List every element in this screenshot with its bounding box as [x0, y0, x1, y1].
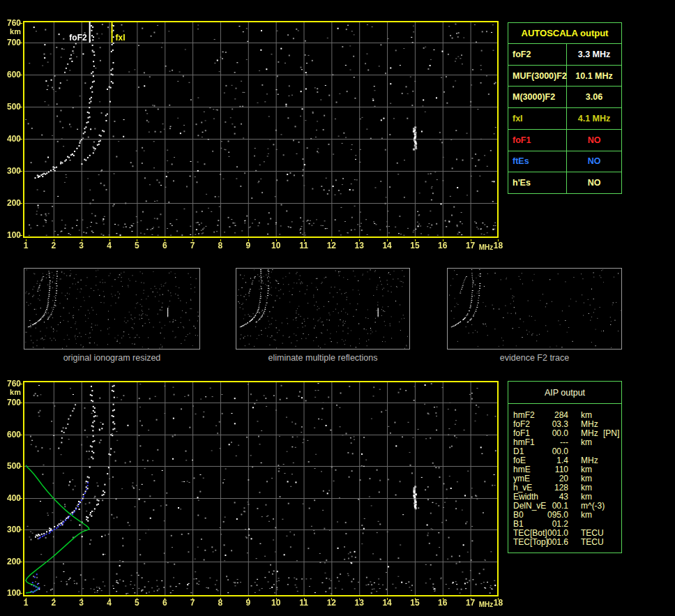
aip-val: 20: [532, 474, 568, 483]
autoscala-table-rows: foF23.3 MHzMUF(3000)F210.1 MHzM(3000)F23…: [508, 43, 621, 193]
aip-row: foF100.0MHz[PN]: [508, 428, 621, 437]
aip-unit: km: [581, 437, 592, 447]
autoscala-row: MUF(3000)F210.1 MHz: [508, 65, 621, 87]
thumbnail-evidence-f2-trace: [447, 268, 622, 350]
thumbnail-caption-original: original ionogram resized: [24, 353, 200, 363]
autoscala-row-label: M(3000)F2: [508, 87, 567, 107]
aip-unit: km: [581, 465, 592, 474]
aip-unit: km: [581, 483, 592, 493]
aip-val: 128: [532, 483, 568, 493]
autoscala-row-value: 3.06: [567, 87, 621, 107]
autoscala-row-value: NO: [567, 172, 621, 193]
autoscala-row-label: foF1: [508, 130, 567, 151]
aip-unit: MHz: [581, 428, 598, 438]
aip-val: 43: [532, 492, 568, 502]
aip-row: hmE110km: [508, 465, 621, 474]
thumbnail-original-ionogram: [24, 268, 200, 350]
autoscala-row: foF1NO: [508, 129, 621, 151]
aip-unit: MHz: [581, 456, 598, 465]
thumbnail-caption-reflections: eliminate multiple reflections: [236, 353, 410, 363]
autoscala-row-label: fxI: [508, 108, 567, 129]
aip-row: TEC[Bot]001.0TECU: [508, 528, 621, 537]
autoscala-output-table: AUTOSCALA output foF23.3 MHzMUF(3000)F21…: [508, 22, 622, 194]
aip-row: ymE20km: [508, 474, 621, 483]
aip-val: 03.3: [532, 419, 568, 429]
autoscala-row-label: ftEs: [508, 151, 567, 172]
autoscala-row-label: foF2: [508, 44, 567, 65]
aip-name: B0: [513, 510, 524, 520]
aip-name: foF1: [513, 428, 530, 438]
autoscala-row: h'EsNO: [508, 172, 621, 193]
aip-name: foF2: [513, 419, 530, 429]
aip-unit: TECU: [581, 537, 604, 547]
autoscala-row-value: 4.1 MHz: [567, 108, 621, 129]
aip-name: h_vE: [513, 483, 532, 493]
autoscala-row: M(3000)F23.06: [508, 86, 621, 107]
autoscala-row-value: NO: [567, 151, 621, 172]
aip-table-title: AIP output: [508, 382, 621, 404]
aip-extra: [PN]: [603, 428, 619, 438]
aip-unit: MHz: [581, 419, 598, 429]
aip-name: B1: [513, 519, 524, 529]
aip-val: 00.0: [532, 446, 568, 456]
aip-row: B101.2: [508, 519, 621, 528]
aip-row: DelN_vE00.1m^(-3): [508, 501, 621, 510]
aip-val: 001.0: [532, 528, 568, 538]
aip-table-rows: hmF2284kmfoF203.3MHzfoF100.0MHz[PN]hmF1-…: [508, 404, 621, 546]
autoscala-row-label: MUF(3000)F2: [508, 66, 567, 87]
top-ionogram-canvas: [0, 0, 506, 260]
aip-unit: TECU: [581, 528, 604, 538]
aip-unit: km: [581, 510, 592, 520]
aip-val: 284: [532, 410, 568, 420]
aip-val: 00.0: [532, 428, 568, 438]
aip-row: h_vE128km: [508, 483, 621, 492]
aip-val: 095.0: [532, 510, 568, 520]
thumbnail-eliminate-reflections: [236, 268, 410, 350]
aip-val: 001.6: [532, 537, 568, 547]
autoscala-row: foF23.3 MHz: [508, 43, 621, 65]
autoscala-row-value: 3.3 MHz: [567, 44, 621, 65]
autoscala-window: La_Spezia (lat: +44.1 , lon: 009.8) - DA…: [0, 0, 675, 616]
aip-row: B0095.0km: [508, 510, 621, 519]
aip-output-table: AIP output hmF2284kmfoF203.3MHzfoF100.0M…: [508, 381, 622, 553]
autoscala-table-title: AUTOSCALA output: [508, 23, 621, 43]
autoscala-row: ftEsNO: [508, 151, 621, 172]
aip-val: 00.1: [532, 501, 568, 511]
aip-name: ymE: [513, 474, 530, 483]
aip-name: foE: [513, 456, 526, 465]
aip-row: foE1.4MHz: [508, 456, 621, 465]
autoscala-row-value: NO: [567, 130, 621, 151]
aip-unit: km: [581, 492, 592, 502]
aip-row: foF203.3MHz: [508, 419, 621, 428]
thumbnail-caption-f2trace: evidence F2 trace: [447, 353, 622, 363]
aip-name: D1: [513, 446, 524, 456]
bottom-ionogram-profile-canvas: [0, 370, 506, 616]
aip-row: D100.0: [508, 446, 621, 456]
aip-row: hmF2284km: [508, 410, 621, 419]
aip-name: hmE: [513, 465, 531, 474]
aip-val: ---: [532, 437, 568, 447]
aip-val: 01.2: [532, 519, 568, 529]
aip-unit: m^(-3): [581, 501, 605, 511]
aip-val: 1.4: [532, 456, 568, 465]
autoscala-row: fxI4.1 MHz: [508, 107, 621, 129]
autoscala-row-value: 10.1 MHz: [567, 66, 621, 87]
aip-unit: km: [581, 410, 592, 420]
aip-row: TEC[Top]001.6TECU: [508, 537, 621, 546]
aip-unit: km: [581, 474, 592, 483]
aip-row: Ewidth43km: [508, 492, 621, 501]
aip-val: 110: [532, 465, 568, 474]
autoscala-row-label: h'Es: [508, 172, 567, 193]
aip-row: hmF1---km: [508, 437, 621, 446]
